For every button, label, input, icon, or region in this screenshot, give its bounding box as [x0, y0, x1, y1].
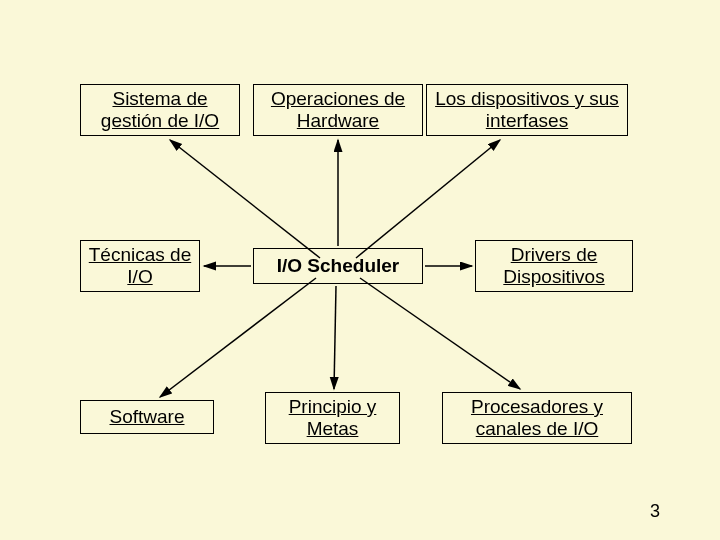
box-io-scheduler: I/O Scheduler — [253, 248, 423, 284]
arrow-to-software — [160, 278, 316, 397]
box-label: Drivers de Dispositivos — [478, 244, 630, 288]
box-label: Operaciones de Hardware — [256, 88, 420, 132]
box-label: Sistema de gestión de I/O — [83, 88, 237, 132]
box-label: Técnicas de I/O — [83, 244, 197, 288]
box-software: Software — [80, 400, 214, 434]
arrow-to-principio — [334, 286, 336, 389]
box-sistema-gestion: Sistema de gestión de I/O — [80, 84, 240, 136]
box-drivers-dispositivos: Drivers de Dispositivos — [475, 240, 633, 292]
box-procesadores-canales: Procesadores y canales de I/O — [442, 392, 632, 444]
box-label: Principio y Metas — [268, 396, 397, 440]
box-operaciones-hardware: Operaciones de Hardware — [253, 84, 423, 136]
box-dispositivos-interfases: Los dispositivos y sus interfases — [426, 84, 628, 136]
box-label: Software — [110, 406, 185, 428]
arrow-to-procesadores — [360, 278, 520, 389]
box-label: Procesadores y canales de I/O — [445, 396, 629, 440]
box-principio-metas: Principio y Metas — [265, 392, 400, 444]
box-label: Los dispositivos y sus interfases — [429, 88, 625, 132]
box-label: I/O Scheduler — [277, 255, 399, 277]
page-number: 3 — [650, 501, 660, 522]
box-tecnicas-io: Técnicas de I/O — [80, 240, 200, 292]
